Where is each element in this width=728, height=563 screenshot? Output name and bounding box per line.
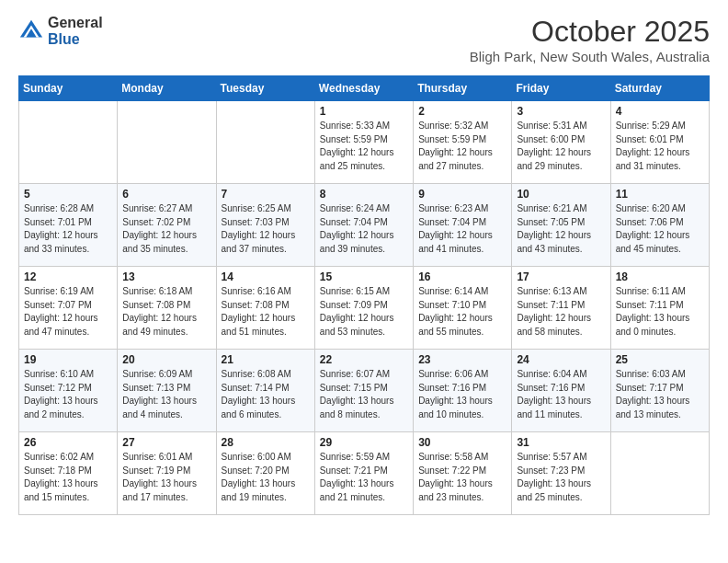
calendar-cell: 28Sunrise: 6:00 AM Sunset: 7:20 PM Dayli…: [216, 432, 314, 515]
day-info: Sunrise: 5:31 AM Sunset: 6:00 PM Dayligh…: [517, 120, 605, 173]
day-number: 30: [418, 436, 506, 449]
day-number: 8: [320, 188, 408, 201]
day-info: Sunrise: 6:25 AM Sunset: 7:03 PM Dayligh…: [222, 202, 310, 256]
day-info: Sunrise: 5:59 AM Sunset: 7:21 PM Dayligh…: [320, 451, 408, 504]
calendar-cell: 4Sunrise: 5:29 AM Sunset: 6:01 PM Daylig…: [610, 101, 709, 184]
day-number: 31: [517, 436, 605, 449]
day-number: 13: [122, 270, 210, 283]
column-header-monday: Monday: [118, 76, 216, 101]
calendar-cell: 10Sunrise: 6:21 AM Sunset: 7:05 PM Dayli…: [512, 184, 610, 267]
month-title: October 2025: [470, 15, 710, 49]
calendar-week-3: 12Sunrise: 6:19 AM Sunset: 7:07 PM Dayli…: [19, 267, 710, 350]
day-info: Sunrise: 6:07 AM Sunset: 7:15 PM Dayligh…: [320, 368, 408, 421]
day-info: Sunrise: 5:29 AM Sunset: 6:01 PM Dayligh…: [616, 120, 704, 173]
day-number: 22: [320, 353, 408, 366]
calendar-cell: 17Sunrise: 6:13 AM Sunset: 7:11 PM Dayli…: [512, 267, 610, 350]
day-info: Sunrise: 5:57 AM Sunset: 7:23 PM Dayligh…: [517, 451, 605, 504]
day-info: Sunrise: 6:11 AM Sunset: 7:11 PM Dayligh…: [616, 285, 704, 339]
day-number: 25: [616, 353, 704, 366]
day-number: 12: [24, 270, 112, 283]
day-number: 6: [122, 188, 210, 201]
column-header-thursday: Thursday: [414, 76, 512, 101]
calendar-cell: [118, 101, 216, 184]
day-info: Sunrise: 6:21 AM Sunset: 7:05 PM Dayligh…: [517, 202, 605, 256]
calendar-cell: 31Sunrise: 5:57 AM Sunset: 7:23 PM Dayli…: [512, 432, 610, 515]
logo: General Blue: [18, 15, 103, 47]
day-number: 15: [320, 270, 408, 283]
day-info: Sunrise: 6:27 AM Sunset: 7:02 PM Dayligh…: [122, 202, 210, 256]
day-number: 10: [517, 188, 605, 201]
day-info: Sunrise: 5:33 AM Sunset: 5:59 PM Dayligh…: [320, 120, 408, 173]
day-number: 24: [517, 353, 605, 366]
day-info: Sunrise: 6:00 AM Sunset: 7:20 PM Dayligh…: [222, 451, 310, 504]
day-info: Sunrise: 6:20 AM Sunset: 7:06 PM Dayligh…: [616, 202, 704, 256]
calendar-cell: 15Sunrise: 6:15 AM Sunset: 7:09 PM Dayli…: [314, 267, 413, 350]
header: General Blue October 2025 Bligh Park, Ne…: [18, 15, 710, 64]
logo-blue: Blue: [48, 31, 103, 48]
calendar-cell: 3Sunrise: 5:31 AM Sunset: 6:00 PM Daylig…: [512, 101, 610, 184]
day-info: Sunrise: 6:01 AM Sunset: 7:19 PM Dayligh…: [122, 451, 210, 504]
calendar-cell: [610, 432, 709, 515]
day-info: Sunrise: 6:04 AM Sunset: 7:16 PM Dayligh…: [517, 368, 605, 421]
day-info: Sunrise: 6:24 AM Sunset: 7:04 PM Dayligh…: [320, 202, 408, 256]
logo-general: General: [48, 15, 103, 31]
calendar-cell: 13Sunrise: 6:18 AM Sunset: 7:08 PM Dayli…: [118, 267, 216, 350]
calendar-cell: 14Sunrise: 6:16 AM Sunset: 7:08 PM Dayli…: [216, 267, 314, 350]
day-number: 19: [24, 353, 112, 366]
calendar: SundayMondayTuesdayWednesdayThursdayFrid…: [18, 75, 710, 515]
calendar-cell: 20Sunrise: 6:09 AM Sunset: 7:13 PM Dayli…: [118, 350, 216, 432]
day-number: 21: [222, 353, 310, 366]
column-header-saturday: Saturday: [610, 76, 709, 101]
day-number: 9: [418, 188, 506, 201]
day-number: 1: [320, 105, 408, 118]
day-info: Sunrise: 6:18 AM Sunset: 7:08 PM Dayligh…: [122, 285, 210, 339]
column-header-wednesday: Wednesday: [314, 76, 413, 101]
calendar-header-row: SundayMondayTuesdayWednesdayThursdayFrid…: [19, 76, 710, 101]
day-number: 7: [222, 188, 310, 201]
calendar-cell: 24Sunrise: 6:04 AM Sunset: 7:16 PM Dayli…: [512, 350, 610, 432]
calendar-cell: 6Sunrise: 6:27 AM Sunset: 7:02 PM Daylig…: [118, 184, 216, 267]
calendar-cell: 23Sunrise: 6:06 AM Sunset: 7:16 PM Dayli…: [414, 350, 512, 432]
calendar-cell: 8Sunrise: 6:24 AM Sunset: 7:04 PM Daylig…: [314, 184, 413, 267]
calendar-cell: [216, 101, 314, 184]
day-info: Sunrise: 6:23 AM Sunset: 7:04 PM Dayligh…: [418, 202, 506, 256]
column-header-tuesday: Tuesday: [216, 76, 314, 101]
day-number: 16: [418, 270, 506, 283]
calendar-cell: 16Sunrise: 6:14 AM Sunset: 7:10 PM Dayli…: [414, 267, 512, 350]
day-info: Sunrise: 6:28 AM Sunset: 7:01 PM Dayligh…: [24, 202, 112, 256]
day-info: Sunrise: 6:08 AM Sunset: 7:14 PM Dayligh…: [222, 368, 310, 421]
day-info: Sunrise: 6:10 AM Sunset: 7:12 PM Dayligh…: [24, 368, 112, 421]
day-info: Sunrise: 5:32 AM Sunset: 5:59 PM Dayligh…: [418, 120, 506, 173]
calendar-week-4: 19Sunrise: 6:10 AM Sunset: 7:12 PM Dayli…: [19, 350, 710, 432]
calendar-cell: 5Sunrise: 6:28 AM Sunset: 7:01 PM Daylig…: [19, 184, 118, 267]
day-info: Sunrise: 5:58 AM Sunset: 7:22 PM Dayligh…: [418, 451, 506, 504]
calendar-week-2: 5Sunrise: 6:28 AM Sunset: 7:01 PM Daylig…: [19, 184, 710, 267]
day-number: 18: [616, 270, 704, 283]
calendar-cell: 12Sunrise: 6:19 AM Sunset: 7:07 PM Dayli…: [19, 267, 118, 350]
calendar-cell: 29Sunrise: 5:59 AM Sunset: 7:21 PM Dayli…: [314, 432, 413, 515]
calendar-cell: 30Sunrise: 5:58 AM Sunset: 7:22 PM Dayli…: [414, 432, 512, 515]
calendar-cell: 7Sunrise: 6:25 AM Sunset: 7:03 PM Daylig…: [216, 184, 314, 267]
day-info: Sunrise: 6:02 AM Sunset: 7:18 PM Dayligh…: [24, 451, 112, 504]
day-info: Sunrise: 6:03 AM Sunset: 7:17 PM Dayligh…: [616, 368, 704, 421]
day-number: 4: [616, 105, 704, 118]
day-number: 3: [517, 105, 605, 118]
calendar-cell: 21Sunrise: 6:08 AM Sunset: 7:14 PM Dayli…: [216, 350, 314, 432]
day-number: 14: [222, 270, 310, 283]
calendar-cell: 11Sunrise: 6:20 AM Sunset: 7:06 PM Dayli…: [610, 184, 709, 267]
day-number: 20: [122, 353, 210, 366]
calendar-cell: 2Sunrise: 5:32 AM Sunset: 5:59 PM Daylig…: [414, 101, 512, 184]
day-info: Sunrise: 6:14 AM Sunset: 7:10 PM Dayligh…: [418, 285, 506, 339]
logo-icon: [18, 18, 44, 44]
day-number: 28: [222, 436, 310, 449]
day-number: 26: [24, 436, 112, 449]
calendar-cell: 1Sunrise: 5:33 AM Sunset: 5:59 PM Daylig…: [314, 101, 413, 184]
calendar-week-1: 1Sunrise: 5:33 AM Sunset: 5:59 PM Daylig…: [19, 101, 710, 184]
day-info: Sunrise: 6:06 AM Sunset: 7:16 PM Dayligh…: [418, 368, 506, 421]
location: Bligh Park, New South Wales, Australia: [470, 49, 710, 64]
day-number: 2: [418, 105, 506, 118]
title-area: October 2025 Bligh Park, New South Wales…: [470, 15, 710, 64]
calendar-cell: 25Sunrise: 6:03 AM Sunset: 7:17 PM Dayli…: [610, 350, 709, 432]
day-info: Sunrise: 6:16 AM Sunset: 7:08 PM Dayligh…: [222, 285, 310, 339]
calendar-cell: 19Sunrise: 6:10 AM Sunset: 7:12 PM Dayli…: [19, 350, 118, 432]
